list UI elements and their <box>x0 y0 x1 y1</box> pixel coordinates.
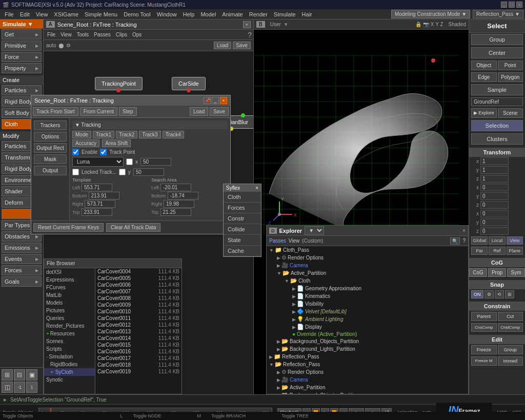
local-btn[interactable]: Local <box>489 236 505 245</box>
tree-cloth[interactable]: ▼ 📂 Cloth <box>267 277 468 285</box>
rotate-z-input[interactable] <box>480 201 509 209</box>
bottom-t-input[interactable] <box>89 192 119 199</box>
menu-help[interactable]: Help <box>180 10 198 18</box>
menu-window[interactable]: Window <box>154 10 180 18</box>
file-row-0019[interactable]: CarCover0019 111.4 KB <box>95 368 181 375</box>
icon-btn-3[interactable]: ▣ <box>26 369 37 381</box>
fxtree-ops[interactable]: Ops <box>130 31 144 38</box>
menu-file[interactable]: File <box>2 10 17 18</box>
state-syflex-btn[interactable]: State <box>224 235 261 246</box>
file-row-0009[interactable]: CarCover0009 111.4 KB <box>95 302 181 308</box>
car-side-node[interactable]: CarSide <box>172 77 206 90</box>
y-checkbox[interactable] <box>119 169 126 175</box>
snap-settings-btn[interactable]: ⚙ <box>484 290 494 298</box>
track3-tab[interactable]: Track3 <box>139 131 160 138</box>
group-edit-btn[interactable]: Group <box>498 345 523 354</box>
scale-z-input[interactable] <box>480 227 509 235</box>
reset-frame-btn[interactable]: Reset Current Frame Keys <box>33 223 104 232</box>
primitive-btn[interactable]: Primitive▶ <box>2 41 42 51</box>
tree-camera-2[interactable]: ▶ 🎥 Camera <box>267 376 468 384</box>
tree-item-queries[interactable]: Queries <box>44 314 95 322</box>
clear-track-btn[interactable]: Clear All Track Data <box>106 223 160 232</box>
prop-btn[interactable]: Prop <box>488 268 506 277</box>
luma-checkbox[interactable] <box>126 158 133 165</box>
menu-demo[interactable]: Demo Tool <box>120 10 153 18</box>
y-coord-input[interactable] <box>133 168 164 176</box>
tree-item-pictures[interactable]: Pictures <box>44 307 95 314</box>
track4-tab[interactable]: Track4 <box>163 131 184 138</box>
menu-simulate[interactable]: Simulate <box>271 10 299 18</box>
close-btn[interactable]: × <box>516 2 522 8</box>
emissions-btn[interactable]: Emissions▶ <box>2 243 42 253</box>
constr-syflex-btn[interactable]: Constr <box>224 213 261 224</box>
file-row-0007[interactable]: CarCover0007 111.4 KB <box>95 288 181 295</box>
cog-btn[interactable]: CoG <box>469 268 487 277</box>
dialog-close-btn[interactable]: × <box>220 97 227 104</box>
trackers-btn[interactable]: Trackers <box>34 121 67 130</box>
menu-render[interactable]: Render <box>246 10 271 18</box>
tree-kinematics[interactable]: ▶ 📄 Kinematics <box>267 292 468 300</box>
icon-btn-1[interactable]: ⊞ <box>2 369 13 381</box>
file-row-0017[interactable]: CarCover0017 111.4 KB <box>95 355 181 362</box>
tree-item-sycloth[interactable]: + SyCloth <box>44 368 95 376</box>
menu-hair[interactable]: Hair <box>299 10 315 18</box>
snap-on-btn[interactable]: ON <box>471 290 483 298</box>
tree-item-synotic[interactable]: Synotic <box>44 376 95 384</box>
cache-syflex-btn[interactable]: Cache <box>224 246 261 256</box>
tree-velvet[interactable]: ▶ 🔷 Velvet [DefaultLib] <box>267 308 468 315</box>
tree-item-dotxsi[interactable]: dotXSI <box>44 268 95 276</box>
load-btn[interactable]: Load <box>214 42 231 49</box>
track2-tab[interactable]: Track2 <box>116 131 137 138</box>
mask-btn[interactable]: Mask <box>34 154 67 164</box>
ref-btn[interactable]: Ref <box>489 247 505 255</box>
track-from-start-btn[interactable]: Track From Start <box>33 107 78 116</box>
locked-track-checkbox[interactable] <box>72 169 79 175</box>
freeze-m-btn[interactable]: Freeze M <box>471 356 497 366</box>
rotate-y-input[interactable] <box>480 192 509 200</box>
edge-btn[interactable]: Edge <box>471 72 497 82</box>
dialog-load-btn[interactable]: Load <box>190 107 208 116</box>
file-row-0011[interactable]: CarCover0011 111.4 KB <box>95 315 181 322</box>
tree-item-rigidbodies[interactable]: RigidBodies <box>44 361 95 368</box>
x-coord-input[interactable] <box>140 158 171 166</box>
fxtree-file[interactable]: File <box>45 31 57 38</box>
snap-btn3[interactable]: ⊞ <box>505 290 514 298</box>
options-btn[interactable]: Options <box>34 132 67 142</box>
menu-view[interactable]: View <box>33 10 51 18</box>
clusters-btn[interactable]: Clusters <box>471 133 523 145</box>
menu-model[interactable]: Model <box>197 10 219 18</box>
minimize-btn[interactable]: _ <box>501 2 507 8</box>
tracking-point-node[interactable]: TrackingPoint <box>95 77 143 90</box>
object-btn[interactable]: Object <box>471 61 497 70</box>
status-icon[interactable]: ► <box>3 397 8 403</box>
menu-simple[interactable]: Simple Menu <box>82 10 120 18</box>
fxtree-record-btn[interactable]: ⏺ <box>57 42 65 50</box>
icon-btn-5[interactable]: -1 <box>14 382 25 393</box>
sample-btn[interactable]: Sample <box>471 84 523 95</box>
tree-cloth-pass[interactable]: ▼ 📁 Cloth_Pass <box>267 246 468 254</box>
forces-btn[interactable]: Forces▶ <box>2 265 42 275</box>
translate-x-input[interactable] <box>480 157 509 165</box>
goals-btn[interactable]: Goals▶ <box>2 276 42 287</box>
viewport-dropdown-icon[interactable]: ▼ <box>284 22 289 27</box>
fxtree-close[interactable]: × <box>243 21 251 28</box>
reflection-pass-btn[interactable]: Reflection_Pass ▼ <box>473 10 523 18</box>
dialog-min-btn[interactable]: _ <box>212 97 219 104</box>
save-btn[interactable]: Save <box>233 42 251 49</box>
tree-render-options-1[interactable]: ▶ ⚙ Render Options <box>267 254 468 262</box>
icon-btn-4[interactable]: ◫ <box>2 382 13 393</box>
translate-y-input[interactable] <box>480 166 509 174</box>
explorer-dropdown[interactable]: ▼ <box>305 226 324 235</box>
bottom-s-input[interactable] <box>168 192 198 199</box>
menu-edit[interactable]: Edit <box>17 10 33 18</box>
fxtree-view[interactable]: View <box>58 31 74 38</box>
fxtree-settings-btn[interactable]: ⚙ <box>66 43 71 48</box>
left-t-input[interactable] <box>82 184 112 191</box>
accuracy-btn[interactable]: Accuracy <box>72 139 99 147</box>
icon-btn-2[interactable]: ⊟ <box>14 369 25 381</box>
tree-reflection-pass-1[interactable]: ▶ 📁 Reflection_Pass <box>267 353 468 361</box>
tree-camera-1[interactable]: ▶ 🎥 Camera <box>267 262 468 269</box>
syflex-close[interactable]: × <box>255 185 258 191</box>
left-s-input[interactable] <box>160 184 191 191</box>
dialog-pin-btn[interactable]: 📌 <box>204 97 211 104</box>
